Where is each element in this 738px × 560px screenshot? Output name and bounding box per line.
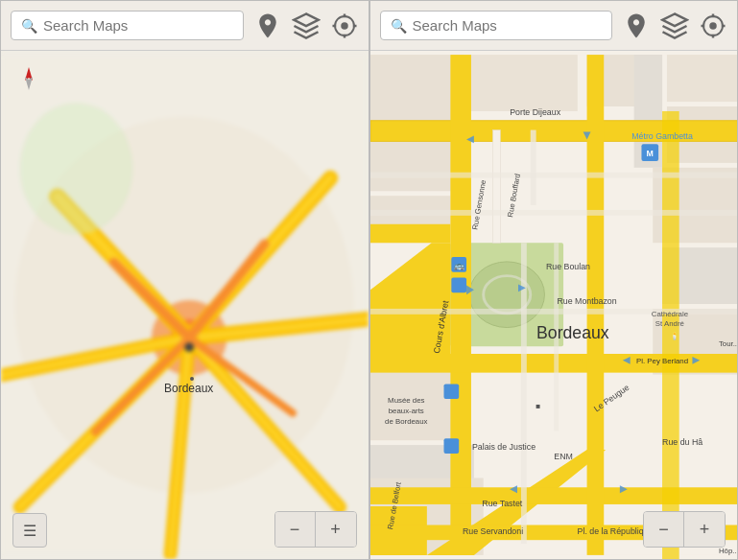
svg-text:ENM: ENM <box>554 452 573 461</box>
svg-text:Pl. de la République: Pl. de la République <box>577 526 653 536</box>
city-label: Bordeaux <box>164 382 213 395</box>
svg-text:Rue du Hâ: Rue du Hâ <box>662 437 702 447</box>
right-map-panel: 🔍 <box>369 0 739 560</box>
svg-marker-51 <box>370 224 450 244</box>
svg-text:Rue Montbazon: Rue Montbazon <box>557 296 616 306</box>
svg-rect-60 <box>492 130 500 244</box>
left-menu-button[interactable]: ☰ <box>12 513 47 548</box>
left-pin-icon <box>253 12 282 40</box>
svg-rect-61 <box>530 130 536 205</box>
right-zoom-controls: − + <box>643 511 726 548</box>
left-zoom-controls: − + <box>274 511 357 548</box>
svg-text:Rue Tastet: Rue Tastet <box>482 499 523 508</box>
svg-rect-80 <box>536 405 539 408</box>
svg-rect-62 <box>370 173 738 178</box>
main-container: 🔍 <box>0 0 738 560</box>
svg-text:St André: St André <box>655 319 683 328</box>
left-layers-button[interactable] <box>292 12 321 40</box>
svg-text:🚌: 🚌 <box>453 260 464 271</box>
svg-rect-69 <box>451 278 466 293</box>
svg-text:Rue Boulan: Rue Boulan <box>545 262 589 271</box>
right-search-icon: 🔍 <box>391 18 407 34</box>
right-location-icon <box>699 12 727 40</box>
left-location-icon <box>330 12 359 40</box>
right-pin-icon <box>622 12 651 40</box>
city-dot <box>190 377 194 381</box>
svg-marker-27 <box>25 77 33 90</box>
right-location-button[interactable] <box>699 12 727 40</box>
svg-rect-56 <box>370 487 738 504</box>
left-location-button[interactable] <box>330 12 359 40</box>
right-zoom-in-button[interactable]: + <box>684 512 725 547</box>
right-search-input-wrap[interactable]: 🔍 <box>380 11 613 40</box>
right-pin-button[interactable] <box>622 12 651 40</box>
svg-rect-32 <box>370 134 455 191</box>
svg-text:Métro Gambetta: Métro Gambetta <box>631 131 693 141</box>
svg-text:de Bordeaux: de Bordeaux <box>385 417 427 426</box>
right-zoom-out-button[interactable]: − <box>644 512 684 547</box>
svg-rect-50 <box>450 55 471 555</box>
right-layers-button[interactable] <box>660 12 689 40</box>
svg-rect-34 <box>464 55 578 111</box>
menu-icon: ☰ <box>23 522 36 540</box>
svg-text:Cathédrale: Cathédrale <box>651 310 687 318</box>
left-map-canvas[interactable]: Bordeaux <box>1 51 369 559</box>
right-map-canvas[interactable]: 🚌 M Porte Dijeaux <box>370 51 738 559</box>
right-layers-icon <box>660 12 689 40</box>
left-zoom-out-button[interactable]: − <box>275 512 316 547</box>
svg-text:Hôp...: Hôp... <box>718 547 737 555</box>
svg-text:Palais de Justice: Palais de Justice <box>471 442 535 452</box>
svg-text:Porte Dijeaux: Porte Dijeaux <box>510 107 560 117</box>
svg-text:Bordeaux: Bordeaux <box>536 323 609 342</box>
svg-rect-63 <box>370 210 738 216</box>
svg-rect-97 <box>443 438 459 454</box>
svg-rect-36 <box>666 55 737 102</box>
svg-text:Rue Servandoni: Rue Servandoni <box>462 526 522 536</box>
right-search-bar: 🔍 <box>370 1 738 51</box>
svg-point-24 <box>20 103 133 234</box>
svg-text:M: M <box>646 149 653 158</box>
svg-point-0 <box>341 22 348 30</box>
left-search-input[interactable] <box>43 17 233 34</box>
left-map-panel: 🔍 <box>0 0 369 560</box>
left-search-bar: 🔍 <box>1 1 369 51</box>
left-zoom-in-button[interactable]: + <box>316 512 356 547</box>
svg-text:Musée des: Musée des <box>388 396 424 405</box>
svg-point-28 <box>709 22 717 30</box>
svg-rect-96 <box>443 384 459 399</box>
left-layers-icon <box>292 12 321 40</box>
left-pin-button[interactable] <box>253 12 282 40</box>
left-map-svg <box>1 51 369 559</box>
svg-rect-31 <box>370 55 464 129</box>
svg-point-25 <box>184 342 194 352</box>
svg-text:Tour...: Tour... <box>718 339 737 348</box>
left-search-input-wrap[interactable]: 🔍 <box>11 11 244 40</box>
svg-text:beaux-arts: beaux-arts <box>388 407 423 415</box>
right-search-input[interactable] <box>413 17 603 34</box>
compass-icon <box>15 65 42 92</box>
svg-text:Pl. Pey Berland: Pl. Pey Berland <box>636 357 688 365</box>
right-map-svg: 🚌 M Porte Dijeaux <box>370 51 738 559</box>
left-search-icon: 🔍 <box>21 18 37 34</box>
left-compass <box>15 65 42 92</box>
svg-text:🕯️: 🕯️ <box>669 331 678 340</box>
svg-point-46 <box>468 262 543 328</box>
